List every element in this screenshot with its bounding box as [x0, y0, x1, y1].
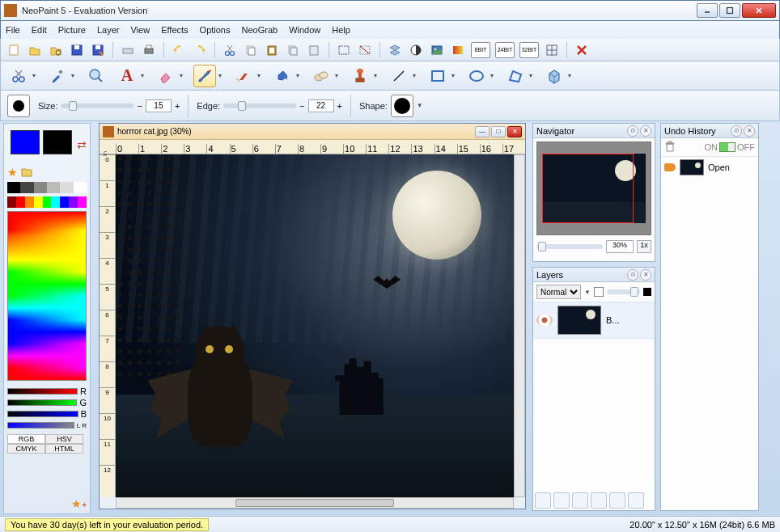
palette-folder-icon[interactable]	[21, 166, 32, 179]
menu-effects[interactable]: Effects	[161, 25, 188, 35]
ellipse-dropdown[interactable]: ▼	[488, 65, 496, 87]
layers-icon[interactable]	[387, 42, 403, 58]
stamp-dropdown[interactable]: ▼	[371, 65, 379, 87]
minimize-button[interactable]	[697, 3, 718, 18]
layers-close-icon[interactable]: ✕	[640, 269, 651, 281]
grid-icon[interactable]	[544, 42, 560, 58]
mode-cmyk[interactable]: CMYK	[7, 444, 45, 454]
copy-icon[interactable]	[243, 42, 259, 58]
scanner-icon[interactable]	[120, 42, 136, 58]
eyedropper-dropdown[interactable]: ▼	[69, 65, 77, 87]
save-icon[interactable]	[69, 42, 85, 58]
eyedropper-tool[interactable]	[46, 65, 69, 87]
layer-up-button[interactable]	[572, 492, 588, 509]
shape-dropdown[interactable]: ▼	[417, 102, 423, 109]
polygon-tool[interactable]	[504, 65, 527, 87]
clone-dropdown[interactable]: ▼	[333, 65, 341, 87]
menu-view[interactable]: View	[130, 25, 150, 35]
save-as-icon[interactable]	[90, 42, 106, 58]
blend-mode-select[interactable]: Normal	[536, 285, 581, 299]
text-dropdown[interactable]: ▼	[138, 65, 146, 87]
32bit-icon[interactable]: 32BIT	[519, 42, 539, 58]
navigator-reset-button[interactable]: 1x	[637, 240, 651, 253]
canvas-minimize-button[interactable]: —	[475, 126, 490, 137]
palette-strip-grays[interactable]	[7, 182, 87, 193]
ellipse-tool[interactable]	[465, 65, 488, 87]
picture-icon[interactable]	[429, 42, 445, 58]
menu-edit[interactable]: Edit	[32, 25, 47, 35]
3d-tool[interactable]	[543, 65, 566, 87]
scissors-dropdown[interactable]: ▼	[30, 65, 38, 87]
edge-slider[interactable]	[223, 103, 296, 108]
line-dropdown[interactable]: ▼	[410, 65, 418, 87]
copy-merged-icon[interactable]	[285, 42, 301, 58]
close-button[interactable]	[742, 3, 776, 18]
cut-icon[interactable]	[222, 42, 238, 58]
canvas-maximize-button[interactable]: □	[491, 126, 506, 137]
airbrush-tool[interactable]	[232, 65, 255, 87]
menu-help[interactable]: Help	[332, 25, 350, 35]
canvas-scrollbar-vertical[interactable]	[514, 154, 525, 497]
size-slider[interactable]	[61, 103, 134, 108]
eraser-dropdown[interactable]: ▼	[177, 65, 185, 87]
paste-new-icon[interactable]	[306, 42, 322, 58]
blend-dropdown-icon[interactable]: ▼	[584, 289, 591, 296]
size-minus[interactable]: −	[137, 101, 142, 111]
mode-rgb[interactable]: RGB	[7, 434, 45, 444]
polygon-dropdown[interactable]: ▼	[527, 65, 535, 87]
rectangle-tool[interactable]	[426, 65, 449, 87]
b-slider[interactable]	[7, 411, 78, 417]
deselect-icon[interactable]	[357, 42, 373, 58]
size-value[interactable]	[146, 99, 172, 112]
paintbrush-tool[interactable]	[193, 65, 216, 87]
fill-tool[interactable]	[271, 65, 294, 87]
menu-picture[interactable]: Picture	[58, 25, 86, 35]
shape-selector[interactable]	[391, 95, 413, 117]
fill-dropdown[interactable]: ▼	[294, 65, 302, 87]
mixer-slider[interactable]	[7, 422, 74, 429]
trash-icon[interactable]	[664, 141, 677, 154]
navigator-zoom-value[interactable]: 30%	[606, 240, 634, 253]
contrast-icon[interactable]	[408, 42, 424, 58]
layers-pin-icon[interactable]: ⊙	[627, 269, 638, 281]
g-slider[interactable]	[7, 399, 77, 406]
menu-file[interactable]: File	[6, 25, 20, 35]
navigator-close-icon[interactable]: ✕	[640, 125, 651, 137]
palette-star-icon[interactable]: ★	[7, 166, 18, 179]
stamp-tool[interactable]	[349, 65, 371, 87]
merge-layer-button[interactable]	[609, 492, 625, 509]
3d-dropdown[interactable]: ▼	[566, 65, 574, 87]
canvas-titlebar[interactable]: horrror cat.jpg (30%) — □ ✕	[100, 124, 525, 140]
palette-strip-colors[interactable]	[7, 196, 87, 208]
delete-icon[interactable]	[574, 42, 590, 58]
layer-visibility-icon[interactable]	[536, 315, 553, 326]
color-picker-gradient[interactable]	[7, 211, 87, 381]
layer-lock-checkbox[interactable]	[594, 287, 604, 297]
selection-icon[interactable]	[336, 42, 352, 58]
maximize-button[interactable]	[719, 3, 740, 18]
8bit-icon[interactable]: 8BIT	[471, 42, 490, 58]
size-plus[interactable]: +	[175, 101, 180, 111]
undo-toggle[interactable]	[719, 142, 735, 152]
zoom-tool[interactable]	[85, 65, 108, 87]
mode-html[interactable]: HTML	[45, 444, 83, 454]
open-icon[interactable]	[27, 42, 43, 58]
undo-icon[interactable]	[171, 42, 187, 58]
opacity-slider[interactable]	[607, 289, 640, 294]
edge-plus[interactable]: +	[337, 101, 342, 111]
canvas-scrollbar-horizontal[interactable]	[116, 497, 514, 509]
eraser-tool[interactable]	[155, 65, 177, 87]
swap-colors-icon[interactable]: ⇄	[77, 138, 87, 151]
navigator-pin-icon[interactable]: ⊙	[627, 125, 638, 137]
brush-preview[interactable]	[7, 95, 30, 117]
menu-neograb[interactable]: NeoGrab	[242, 25, 278, 35]
paintbrush-dropdown[interactable]: ▼	[216, 65, 224, 87]
browse-icon[interactable]	[48, 42, 64, 58]
delete-layer-button[interactable]	[628, 492, 644, 509]
navigator-zoom-slider[interactable]	[536, 244, 603, 249]
undo-close-icon[interactable]: ✕	[744, 125, 755, 137]
menu-window[interactable]: Window	[289, 25, 320, 35]
paste-icon[interactable]	[264, 42, 280, 58]
foreground-color[interactable]	[11, 130, 40, 154]
edge-minus[interactable]: −	[299, 101, 304, 111]
